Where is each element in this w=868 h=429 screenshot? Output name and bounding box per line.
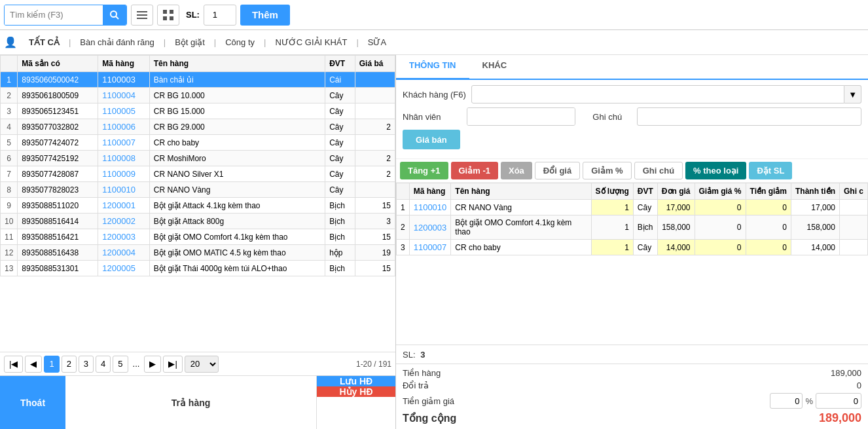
table-row[interactable]: 8 8935077828023 1100010 CR NANO Vàng Cây <box>1 182 395 198</box>
pg-4[interactable]: 4 <box>96 356 111 373</box>
divider: | <box>69 37 71 47</box>
divider: | <box>164 37 166 47</box>
ghi-chu-button[interactable]: Ghi chú <box>634 162 683 179</box>
cat-item-sua[interactable]: SỮA <box>361 35 393 50</box>
doi-tra-value: 0 <box>809 381 861 390</box>
sl-input[interactable] <box>204 5 236 26</box>
khach-hang-dropdown[interactable]: ▼ <box>844 85 861 103</box>
right-panel: THÔNG TIN KHÁC Khách hàng (F6) ▼ Nhân vi… <box>396 55 868 429</box>
left-panel: Mã sản có Mã hàng Tên hàng ĐVT Giá bá 1 … <box>0 55 396 429</box>
table-row[interactable]: 5 8935077424072 1100007 CR cho baby Cây <box>1 135 395 151</box>
ocol-disc-pct: Giảm giá % <box>695 183 746 200</box>
pct-theo-loai-button[interactable]: % theo loại <box>685 162 746 179</box>
table-row[interactable]: 11 8935088516421 1200003 Bột giặt OMO Co… <box>1 229 395 245</box>
product-table-wrap[interactable]: Mã sản có Mã hàng Tên hàng ĐVT Giá bá 1 … <box>0 55 395 352</box>
pg-last[interactable]: ▶| <box>163 356 182 373</box>
ocol-total: Thành tiền <box>791 183 839 200</box>
cat-item-botgiat[interactable]: Bột giặt <box>168 35 211 50</box>
khach-hang-label: Khách hàng (F6) <box>403 90 466 100</box>
tra-hang-button[interactable]: Trả hàng <box>65 376 317 429</box>
pagination: |◀ ◀ 1 2 3 4 5 ... ▶ ▶| 20 50 100 1-20 /… <box>0 352 395 375</box>
ocol-unit: ĐVT <box>633 183 657 200</box>
order-table-row[interactable]: 3 1100007 CR cho baby 1 Cây 14,000 0 0 1… <box>397 240 868 255</box>
tab-thongtin[interactable]: THÔNG TIN <box>396 55 469 80</box>
table-row[interactable]: 9 8935088511020 1200001 Bột giặt Attack … <box>1 198 395 214</box>
thoat-button[interactable]: Thoát <box>0 376 65 429</box>
tien-giam-label: Tiền giảm giá <box>403 396 468 406</box>
cat-item-all[interactable]: TẤT CẢ <box>22 35 66 50</box>
pg-prev[interactable]: ◀ <box>25 356 42 373</box>
svg-rect-4 <box>137 18 147 19</box>
tong-cong-label: Tổng cộng <box>403 412 456 424</box>
info-form: Khách hàng (F6) ▼ Nhân viên ▼ Ghi chú Gi… <box>396 80 868 159</box>
giam1-button[interactable]: Giảm -1 <box>451 162 498 179</box>
khach-wrap: ▼ <box>471 85 861 103</box>
pg-1[interactable]: 1 <box>44 356 59 373</box>
tien-hang-value: 189,000 <box>809 368 861 378</box>
nhan-vien-input[interactable] <box>467 108 575 125</box>
table-row[interactable]: 7 8935077428087 1100009 CR NANO Silver X… <box>1 166 395 182</box>
svg-rect-7 <box>163 16 167 20</box>
ocol-disc-val: Tiền giảm <box>746 183 791 200</box>
gia-ban-row: Giá bán <box>403 130 861 149</box>
ghi-chu-input[interactable] <box>637 107 861 126</box>
cat-item-nuocgiai[interactable]: NƯỚC GIẢI KHÁT <box>268 35 353 50</box>
table-row[interactable]: 13 8935088531301 1200005 Bột giặt Thái 4… <box>1 261 395 276</box>
pg-2[interactable]: 2 <box>62 356 77 373</box>
svg-line-1 <box>116 16 118 19</box>
doi-tra-row: Đổi trả 0 <box>403 381 861 390</box>
ocol-code: Mã hàng <box>409 183 451 200</box>
table-row[interactable]: 6 8935077425192 1100008 CR MoshiMoro Cây… <box>1 151 395 166</box>
col-num <box>1 56 18 72</box>
tabs: THÔNG TIN KHÁC <box>396 55 868 80</box>
table-row[interactable]: 3 8935065123451 1100005 CR BG 15.000 Cây <box>1 103 395 119</box>
doi-gia-button[interactable]: Đổi giá <box>535 162 580 179</box>
svg-rect-3 <box>137 14 147 16</box>
disc-pct-label: % <box>805 396 813 406</box>
right-btns: Lưu HĐ Hủy HĐ <box>317 376 395 429</box>
giam-pct-button[interactable]: Giảm % <box>583 162 631 179</box>
table-row[interactable]: 2 8935061800509 1100004 CR BG 10.000 Cây <box>1 88 395 103</box>
gia-ban-button[interactable]: Giá bán <box>403 130 460 149</box>
table-row[interactable]: 1 8935060500042 1100003 Bàn chải ủi Cái <box>1 72 395 88</box>
disc-val-input[interactable] <box>816 393 861 409</box>
col-code: Mã hàng <box>98 56 149 72</box>
cat-item-congty[interactable]: Công ty <box>219 35 261 50</box>
menu-button[interactable] <box>131 5 153 26</box>
main-content: Mã sản có Mã hàng Tên hàng ĐVT Giá bá 1 … <box>0 55 868 429</box>
pg-5[interactable]: 5 <box>113 356 128 373</box>
order-table-row[interactable]: 2 1200003 Bột giặt OMO Comfort 4.1kg kèm… <box>397 215 868 240</box>
disc-pct-input[interactable] <box>770 393 803 409</box>
grid-button[interactable] <box>157 5 179 26</box>
them-button[interactable]: Thêm <box>240 5 290 26</box>
tab-khac[interactable]: KHÁC <box>469 55 520 80</box>
tien-giam-row: Tiền giảm giá % <box>403 393 861 409</box>
cat-item-banchai[interactable]: Bàn chải đánh răng <box>73 35 161 50</box>
nhan-vien-row: Nhân viên ▼ Ghi chú <box>403 107 861 126</box>
khach-hang-input[interactable] <box>471 85 844 103</box>
ocol-price: Đơn giá <box>657 183 695 200</box>
search-button[interactable] <box>103 5 126 25</box>
pg-first[interactable]: |◀ <box>4 356 23 373</box>
search-input[interactable] <box>5 5 103 25</box>
discount-wrap: % <box>770 393 861 409</box>
action-buttons: Tăng +1 Giảm -1 Xóa Đổi giá Giảm % Ghi c… <box>396 159 868 183</box>
pg-next[interactable]: ▶ <box>144 356 161 373</box>
svg-rect-6 <box>170 10 173 14</box>
search-box <box>4 5 127 26</box>
table-row[interactable]: 10 8935088516414 1200002 Bột giặt Attack… <box>1 214 395 229</box>
table-row[interactable]: 4 8935077032802 1100006 CR BG 29.000 Cây… <box>1 119 395 135</box>
luu-hd-button[interactable]: Lưu HĐ <box>317 376 395 386</box>
tang1-button[interactable]: Tăng +1 <box>400 162 448 179</box>
ocol-qty: Số lượng <box>591 183 633 200</box>
table-row[interactable]: 12 8935088516438 1200004 Bột giặt OMO MA… <box>1 245 395 261</box>
dat-sl-button[interactable]: Đặt SL <box>749 162 792 179</box>
order-table-row[interactable]: 1 1100010 CR NANO Vàng 1 Cây 17,000 0 0 … <box>397 200 868 215</box>
category-bar: 👤 TẤT CẢ | Bàn chải đánh răng | Bột giặt… <box>0 30 868 55</box>
order-table-wrap[interactable]: Mã hàng Tên hàng Số lượng ĐVT Đơn giá Gi… <box>396 183 868 345</box>
pg-3[interactable]: 3 <box>79 356 94 373</box>
huy-hd-button[interactable]: Hủy HĐ <box>317 386 395 397</box>
xoa-button[interactable]: Xóa <box>501 162 532 179</box>
page-size-select[interactable]: 20 50 100 <box>185 356 219 373</box>
order-table: Mã hàng Tên hàng Số lượng ĐVT Đơn giá Gi… <box>396 183 868 255</box>
